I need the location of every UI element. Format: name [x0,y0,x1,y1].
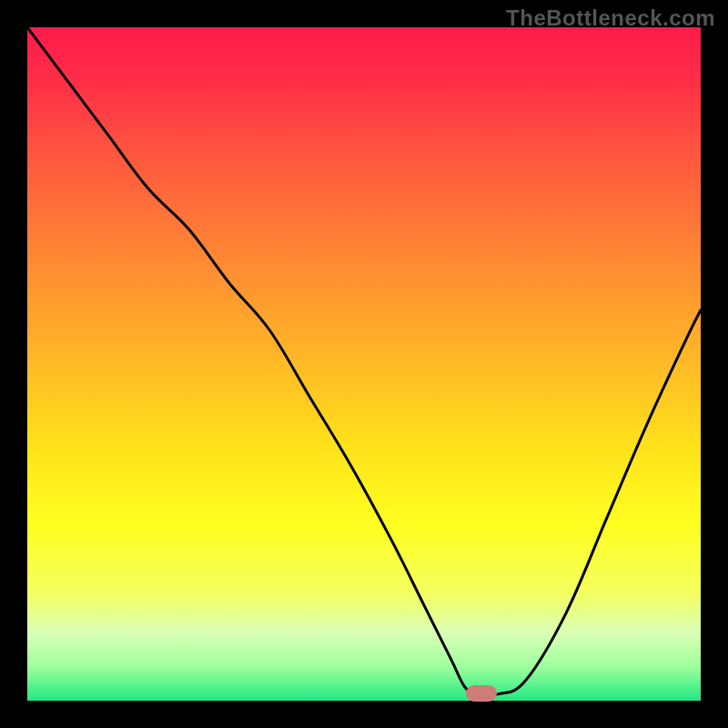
chart-frame: TheBottleneck.com [0,0,728,728]
gradient-background [27,27,701,701]
watermark-text: TheBottleneck.com [506,5,715,31]
optimum-marker [466,685,497,702]
plot-svg [27,27,701,701]
plot-stage [27,27,701,701]
